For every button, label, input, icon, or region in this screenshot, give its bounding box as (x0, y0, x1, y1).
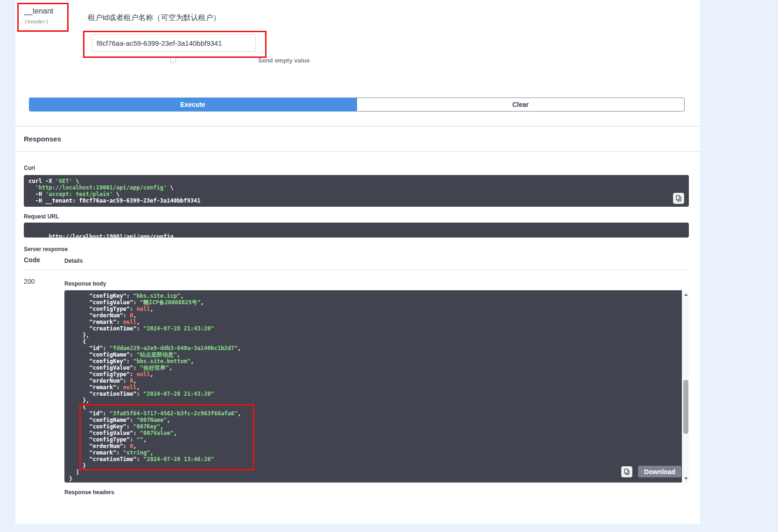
curl-label: Curl (24, 165, 689, 171)
details-column-header: Details (64, 256, 83, 264)
server-response-row: 200 Response body "configKey": "bbs.site… (24, 270, 689, 496)
response-body-json: "configKey": "bbs.site.icp", "configValu… (64, 290, 682, 483)
response-headers-label: Response headers (64, 489, 689, 496)
status-code: 200 (24, 270, 64, 496)
json-line: "id": "fddae229-a2e9-ddb3-648a-3a140bc1b… (69, 345, 677, 351)
server-response-table: Code Details 200 Response body "configKe… (24, 256, 689, 496)
json-line: } (69, 476, 677, 482)
json-line: "creationTime": "2024-07-28 13:46:26" (69, 456, 677, 462)
parameter-description: 租户id或者租户名称（可空为默认租户） (88, 13, 220, 23)
curl-code-block: curl -X 'GET' \ 'http://localhost:19001/… (24, 175, 689, 207)
response-details-cell: Response body "configKey": "bbs.site.icp… (64, 270, 689, 496)
json-line: }, (69, 397, 677, 404)
execute-button[interactable]: Execute (29, 98, 357, 112)
parameter-name: __tenant (24, 7, 63, 15)
response-body-scrollbar[interactable] (682, 290, 689, 483)
download-button[interactable]: Download (638, 466, 681, 477)
request-url-label: Request URL (24, 213, 689, 220)
json-line: "configValue": "赣ICP备20008025号", (69, 299, 677, 306)
json-line: }, (69, 332, 677, 338)
json-line: } (69, 462, 677, 469)
curl-line: 'http://localhost:19001/api/app/config' … (28, 184, 670, 191)
json-line: "remark": null, (69, 384, 677, 391)
json-line: "orderNum": 0, (69, 312, 677, 319)
scrollbar-thumb[interactable] (683, 380, 688, 434)
json-line: "orderNum": 0, (69, 443, 677, 449)
request-url-value: http://localhost:19001/api/app/config (49, 233, 173, 240)
annotation-box-tenant-param: __tenant (header) (17, 3, 69, 32)
clipboard-icon (624, 469, 630, 475)
code-column-header: Code (24, 256, 64, 264)
curl-command: curl -X 'GET' \ 'http://localhost:19001/… (28, 178, 670, 204)
scroll-down-arrow-icon[interactable] (682, 475, 689, 482)
curl-line: -H 'accept: text/plain' \ (28, 191, 670, 197)
json-line: "remark": "string", (69, 449, 677, 456)
curl-line: curl -X 'GET' \ (28, 178, 670, 184)
json-line: "creationTime": "2024-07-28 21:43:20" (69, 391, 677, 397)
responses-title: Responses (24, 135, 61, 143)
send-empty-label: Send empty value (258, 57, 310, 64)
parameter-location: (header) (24, 19, 63, 25)
request-url-block: http://localhost:19001/api/app/config (24, 223, 689, 238)
json-line: "configKey": "007Key", (69, 423, 677, 430)
execute-row: Execute Clear (29, 98, 685, 112)
clear-button[interactable]: Clear (357, 98, 685, 112)
send-empty-checkbox[interactable] (170, 57, 176, 63)
json-line: "configType": null, (69, 371, 677, 378)
json-line: "configType": "", (69, 436, 677, 443)
json-line: "configName": "007Name", (69, 417, 677, 423)
response-copy-button[interactable] (621, 466, 632, 477)
json-line: "configValue": "007Value", (69, 430, 677, 436)
json-line: "configName": "站点底部信息", (69, 351, 677, 358)
json-line: ] (69, 469, 677, 476)
annotation-box-tenant-input (83, 31, 266, 58)
json-line: "orderNum": 0, (69, 378, 677, 384)
responses-header: Responses (15, 126, 700, 152)
json-line: "id": "3fa85f64-5717-4562-b3fc-2c963f66a… (69, 410, 677, 417)
response-body-controls: Download (621, 466, 681, 477)
response-body-block: "configKey": "bbs.site.icp", "configValu… (64, 290, 689, 483)
json-line: "configType": null, (69, 306, 677, 312)
responses-body: Curl curl -X 'GET' \ 'http://localhost:1… (15, 165, 700, 496)
json-line: { (69, 338, 677, 345)
json-line: "configValue": "你好世界", (69, 364, 677, 371)
server-response-label: Server response (24, 246, 689, 252)
json-line: "configKey": "bbs.site.bottom", (69, 358, 677, 364)
json-line: "creationTime": "2024-07-28 21:43:20" (69, 325, 677, 332)
json-line: "remark": null, (69, 319, 677, 325)
clipboard-icon (675, 195, 682, 202)
scroll-up-arrow-icon[interactable] (682, 291, 689, 298)
json-line: "configKey": "bbs.site.icp", (69, 293, 677, 299)
json-line: { (69, 404, 677, 410)
swagger-operation-panel: __tenant (header) 租户id或者租户名称（可空为默认租户） Se… (15, 0, 700, 524)
curl-copy-button[interactable] (673, 193, 684, 204)
tenant-input[interactable] (91, 34, 256, 52)
curl-line: -H __tenant: f8cf76aa-ac59-6399-23ef-3a1… (28, 197, 670, 204)
parameters-section: __tenant (header) 租户id或者租户名称（可空为默认租户） Se… (15, 0, 700, 98)
response-body-label: Response body (64, 280, 689, 287)
server-response-table-header: Code Details (24, 256, 689, 270)
